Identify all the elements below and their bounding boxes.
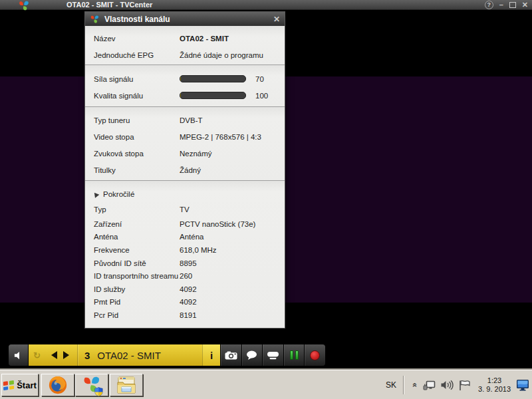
- property-row: Anténa Anténa: [85, 231, 285, 244]
- volume-tray-icon[interactable]: [440, 380, 454, 390]
- pause-button[interactable]: [283, 344, 305, 366]
- property-value: 4092: [180, 298, 276, 306]
- property-value: MPEG-2 | 768x576 | 4:3: [180, 133, 276, 141]
- property-value: DVB-T: [180, 116, 276, 124]
- channel-name: OTA02 - SMIT: [97, 350, 202, 361]
- property-label: ID služby: [94, 285, 180, 293]
- property-row: Zařízení PCTV nanoStick (73e): [85, 217, 285, 231]
- firefox-icon: [48, 375, 68, 395]
- previous-channel-button[interactable]: [51, 351, 57, 359]
- property-row: Titulky Žádný: [85, 162, 285, 178]
- property-value: 4092: [180, 285, 276, 293]
- property-value: Neznámý: [180, 150, 276, 158]
- property-label: Původní ID sítě: [94, 259, 180, 267]
- subtitle-comment-button[interactable]: [241, 344, 263, 366]
- info-button[interactable]: i: [202, 344, 220, 366]
- property-label: Typ tuneru: [94, 116, 180, 124]
- signal-strength-value: 70: [255, 75, 264, 83]
- app-window: OTA02 - SMIT - TVCenter ? – ✕ Vlastnosti…: [0, 0, 532, 399]
- property-label: ID transportního streamu: [94, 272, 180, 280]
- property-label: Zařízení: [94, 220, 180, 228]
- property-label: Zvuková stopa: [94, 150, 180, 158]
- property-value: 8895: [180, 259, 276, 267]
- collapse-triangle-icon: [92, 191, 100, 198]
- property-label: Frekvence: [94, 246, 180, 254]
- property-row: Typ tuneru DVB-T: [85, 112, 285, 128]
- start-label: Štart: [17, 380, 37, 390]
- mute-button[interactable]: [9, 344, 29, 366]
- dialog-titlebar[interactable]: Vlastnosti kanálu ✕: [85, 12, 285, 26]
- property-value: OTA02 - SMIT: [180, 35, 276, 43]
- property-value: Anténa: [180, 233, 276, 241]
- property-label: Pmt Pid: [94, 298, 180, 306]
- signal-strength-row: Síla signálu 70: [85, 70, 285, 87]
- channel-properties-dialog: Vlastnosti kanálu ✕ Název OTA02 - SMIT J…: [84, 11, 285, 329]
- snapshot-button[interactable]: [220, 344, 241, 366]
- system-tray: SK »: [386, 370, 532, 399]
- signal-quality-value: 100: [255, 92, 268, 100]
- signal-quality-bar: [180, 92, 246, 99]
- property-value: Žádný: [180, 166, 276, 174]
- property-row: Pmt Pid 4092: [85, 296, 285, 309]
- taskbar-button-file-manager[interactable]: [110, 374, 143, 396]
- section-advanced: Pokročilé Typ TV Zařízení PCTV nanoStick…: [85, 180, 285, 322]
- clock-time: 1:23: [487, 376, 501, 384]
- clock[interactable]: 1:23 3. 9. 2013: [478, 376, 511, 394]
- property-label: Typ: [94, 205, 180, 213]
- taskbar-button-tvcenter[interactable]: [75, 374, 108, 396]
- property-label: Kvalita signálu: [94, 92, 180, 100]
- property-value: 260: [180, 272, 276, 280]
- property-value: 618,0 MHz: [180, 246, 276, 254]
- property-row: Původní ID sítě 8895: [85, 257, 285, 270]
- advanced-section-label: Pokročilé: [103, 190, 134, 198]
- teletext-button[interactable]: [262, 344, 283, 366]
- signal-strength-bar: [180, 75, 246, 82]
- advanced-section-toggle[interactable]: Pokročilé: [85, 187, 285, 201]
- clock-date: 3. 9. 2013: [478, 385, 511, 393]
- start-button[interactable]: Štart: [1, 374, 39, 396]
- speech-bubble-icon: [246, 350, 257, 360]
- property-label: Anténa: [94, 233, 180, 241]
- property-label: Název: [94, 35, 180, 43]
- property-row: Frekvence 618,0 MHz: [85, 243, 285, 257]
- network-tray-icon[interactable]: [423, 380, 436, 391]
- close-button[interactable]: ✕: [522, 1, 528, 9]
- maximize-button[interactable]: [509, 2, 516, 8]
- taskbar: Štart: [0, 370, 532, 399]
- tray-divider: [403, 376, 404, 394]
- show-hidden-icons-button[interactable]: »: [410, 380, 419, 390]
- section-stream: Typ tuneru DVB-T Video stopa MPEG-2 | 76…: [85, 106, 285, 180]
- property-label: Video stopa: [94, 133, 180, 141]
- dialog-title: Vlastnosti kanálu: [104, 15, 273, 24]
- next-channel-button[interactable]: [63, 351, 69, 359]
- tvcenter-logo-icon: [18, 0, 29, 11]
- playback-control-bar: ↻ 3 OTA02 - SMIT i: [8, 344, 326, 366]
- signal-quality-row: Kvalita signálu 100: [85, 87, 285, 104]
- minimize-button[interactable]: –: [499, 1, 503, 9]
- dialog-close-icon[interactable]: ✕: [273, 15, 280, 24]
- action-center-flag-icon[interactable]: [458, 380, 471, 391]
- window-titlebar: OTA02 - SMIT - TVCenter ? – ✕: [0, 0, 532, 10]
- property-label: Pcr Pid: [94, 311, 180, 319]
- window-title: OTA02 - SMIT - TVCenter: [66, 0, 152, 10]
- section-signal: Síla signálu 70 Kvalita signálu 100: [85, 65, 285, 106]
- channel-number: 3: [84, 350, 90, 361]
- property-value: PCTV nanoStick (73e): [180, 220, 276, 228]
- replay-icon[interactable]: ↻: [33, 350, 41, 360]
- property-value: Žádné údaje o programu: [180, 51, 276, 59]
- windows-logo-icon: [3, 380, 14, 390]
- taskbar-button-firefox[interactable]: [41, 374, 74, 396]
- display-tray-icon[interactable]: [516, 379, 529, 391]
- property-row: ID služby 4092: [85, 283, 285, 296]
- property-row: Zvuková stopa Neznámý: [85, 145, 285, 162]
- property-row: Video stopa MPEG-2 | 768x576 | 4:3: [85, 128, 285, 145]
- teletext-icon: [267, 351, 279, 360]
- channel-strip: ↻ 3 OTA02 - SMIT i: [29, 344, 220, 366]
- record-button[interactable]: [304, 344, 325, 366]
- language-indicator[interactable]: SK: [386, 380, 396, 390]
- divider: [77, 344, 78, 366]
- speaker-icon: [13, 350, 23, 360]
- tvcenter-logo-icon: [90, 15, 99, 24]
- property-row: Pcr Pid 8191: [85, 309, 285, 322]
- help-button[interactable]: ?: [485, 1, 493, 9]
